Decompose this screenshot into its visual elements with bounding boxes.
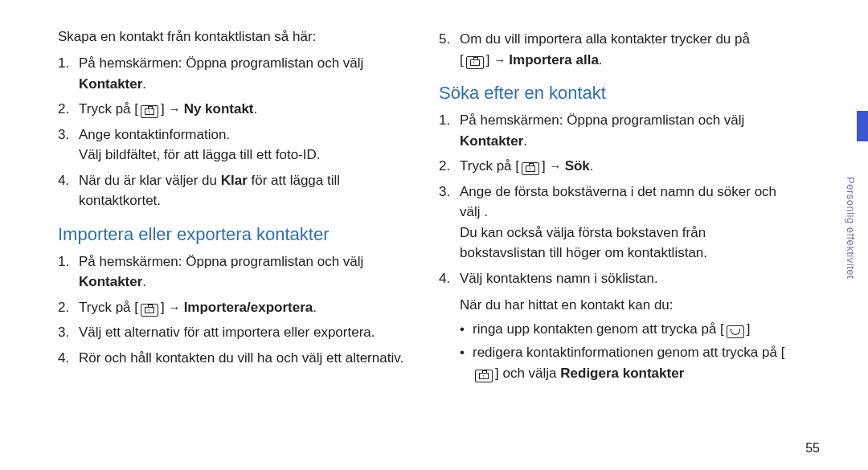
step-body: Ange de första bokstäverna i det namn du… bbox=[460, 182, 788, 264]
left-column: Skapa en kontakt från kontaktlistan så h… bbox=[58, 24, 407, 386]
arrow-icon: → bbox=[168, 300, 183, 314]
arrow-icon: → bbox=[168, 102, 183, 116]
text: Tryck på [ bbox=[79, 300, 138, 315]
section-tab-indicator bbox=[857, 111, 868, 141]
bold-text: Kontakter bbox=[460, 133, 523, 149]
text: Tryck på [ bbox=[460, 158, 519, 174]
step-body: Välj ett alternativ för att importera el… bbox=[79, 322, 407, 343]
text: . bbox=[142, 274, 146, 289]
text: Om du vill importera alla kontakter tryc… bbox=[460, 31, 750, 47]
text: . bbox=[523, 133, 527, 149]
step-item: 1. På hemskärmen: Öppna programlistan oc… bbox=[58, 251, 407, 292]
step-body: När du är klar väljer du Klar för att lä… bbox=[79, 170, 407, 211]
section-heading: Importera eller exportera kontakter bbox=[58, 224, 407, 245]
arrow-icon: → bbox=[549, 159, 564, 173]
step-number: 1. bbox=[58, 251, 79, 292]
text: . bbox=[313, 300, 317, 315]
page-number: 55 bbox=[805, 441, 820, 456]
list-item: redigera kontaktinformationen genom att … bbox=[460, 342, 788, 383]
bold-text: Ny kontakt bbox=[184, 101, 254, 116]
text: Du kan också välja första bokstaven från… bbox=[460, 225, 707, 261]
menu-key-icon bbox=[141, 304, 158, 317]
text: Välj bildfältet, för att lägga till ett … bbox=[79, 147, 320, 162]
text: . bbox=[254, 101, 258, 116]
step-number: 4. bbox=[439, 268, 460, 289]
step-number: 5. bbox=[439, 29, 460, 70]
step-number: 3. bbox=[58, 322, 79, 343]
text: När du är klar väljer du bbox=[79, 173, 221, 188]
contact-actions-list: ringa upp kontakten genom att trycka på … bbox=[460, 319, 788, 384]
step-item: 4. När du är klar väljer du Klar för att… bbox=[58, 170, 407, 211]
step-body: Ange kontaktinformation. Välj bildfältet… bbox=[79, 125, 407, 166]
step-body: Om du vill importera alla kontakter tryc… bbox=[460, 29, 788, 70]
intro-text: Skapa en kontakt från kontaktlistan så h… bbox=[58, 29, 407, 45]
text: Tryck på [ bbox=[79, 101, 138, 116]
text: ] och välja bbox=[495, 366, 560, 381]
call-key-icon bbox=[727, 325, 744, 338]
bold-text: Klar bbox=[221, 173, 248, 188]
bold-text: Kontakter bbox=[79, 76, 142, 92]
section-side-label: Personlig effektivitet bbox=[845, 177, 857, 279]
text: ringa upp kontakten genom att trycka på … bbox=[473, 321, 724, 337]
text: Ange kontaktinformation. bbox=[79, 127, 230, 142]
text: På hemskärmen: Öppna programlistan och v… bbox=[460, 112, 744, 128]
step-number: 3. bbox=[58, 125, 79, 166]
side-tab: Personlig effektivitet bbox=[850, 0, 868, 470]
step-item: 1. På hemskärmen: Öppna programlistan oc… bbox=[58, 53, 407, 94]
bold-text: Kontakter bbox=[79, 274, 142, 289]
step-item: 2. Tryck på [] → Ny kontakt. bbox=[58, 99, 407, 120]
text: . bbox=[599, 52, 603, 67]
step-item: 3. Välj ett alternativ för att importera… bbox=[58, 322, 407, 343]
text: . bbox=[484, 204, 488, 219]
step-item: 5. Om du vill importera alla kontakter t… bbox=[439, 29, 788, 70]
step-number: 2. bbox=[58, 297, 79, 318]
bold-text: Importera/exportera bbox=[184, 300, 313, 315]
text: . bbox=[142, 76, 146, 92]
page-content: Skapa en kontakt från kontaktlistan så h… bbox=[0, 0, 828, 403]
menu-key-icon bbox=[466, 56, 484, 69]
text: redigera kontaktinformationen genom att … bbox=[473, 345, 784, 360]
step-number: 4. bbox=[58, 170, 79, 211]
section-heading: Söka efter en kontakt bbox=[439, 83, 788, 104]
step-body: På hemskärmen: Öppna programlistan och v… bbox=[79, 53, 407, 94]
right-column: 5. Om du vill importera alla kontakter t… bbox=[439, 24, 788, 386]
text: [ bbox=[460, 52, 464, 67]
step-number: 2. bbox=[58, 99, 79, 120]
step-body: På hemskärmen: Öppna programlistan och v… bbox=[460, 110, 788, 151]
menu-key-icon bbox=[522, 162, 539, 175]
step-item: 4. Välj kontaktens namn i söklistan. bbox=[439, 268, 788, 289]
text: På hemskärmen: Öppna programlistan och v… bbox=[79, 254, 363, 269]
step-number: 1. bbox=[439, 110, 460, 151]
step-number: 4. bbox=[58, 348, 79, 369]
step-item: 3. Ange de första bokstäverna i det namn… bbox=[439, 182, 788, 264]
step-number: 2. bbox=[439, 156, 460, 177]
step-body: Rör och håll kontakten du vill ha och vä… bbox=[79, 348, 407, 369]
import-all-step: 5. Om du vill importera alla kontakter t… bbox=[439, 29, 788, 70]
bold-text: Sök bbox=[565, 158, 590, 174]
text: ] bbox=[486, 52, 493, 67]
step-item: 3. Ange kontaktinformation. Välj bildfäl… bbox=[58, 125, 407, 166]
menu-key-icon bbox=[141, 105, 158, 118]
step-item: 1. På hemskärmen: Öppna programlistan oc… bbox=[439, 110, 788, 151]
search-contact-steps: 1. På hemskärmen: Öppna programlistan oc… bbox=[439, 110, 788, 288]
list-item: ringa upp kontakten genom att trycka på … bbox=[460, 319, 788, 340]
arrow-icon: → bbox=[493, 53, 509, 67]
step-item: 4. Rör och håll kontakten du vill ha och… bbox=[58, 348, 407, 369]
bold-text: Importera alla bbox=[509, 52, 599, 67]
text: Ange de första bokstäverna i det namn du… bbox=[460, 184, 776, 220]
step-body: Tryck på [] → Sök. bbox=[460, 156, 788, 177]
text: . bbox=[590, 158, 594, 174]
step-body: Tryck på [] → Ny kontakt. bbox=[79, 99, 407, 120]
step-number: 3. bbox=[439, 182, 460, 264]
step-number: 1. bbox=[58, 53, 79, 94]
menu-key-icon bbox=[475, 370, 493, 382]
import-export-steps: 1. På hemskärmen: Öppna programlistan oc… bbox=[58, 251, 407, 369]
bold-text: Redigera kontakter bbox=[560, 366, 684, 381]
create-contact-steps: 1. På hemskärmen: Öppna programlistan oc… bbox=[58, 53, 407, 211]
followup-text: När du har hittat en kontakt kan du: bbox=[460, 295, 788, 316]
text: ] bbox=[747, 321, 751, 337]
step-body: Välj kontaktens namn i söklistan. bbox=[460, 268, 788, 289]
step-item: 2. Tryck på [] → Sök. bbox=[439, 156, 788, 177]
step-body: På hemskärmen: Öppna programlistan och v… bbox=[79, 251, 407, 292]
step-item: 2. Tryck på [] → Importera/exportera. bbox=[58, 297, 407, 318]
